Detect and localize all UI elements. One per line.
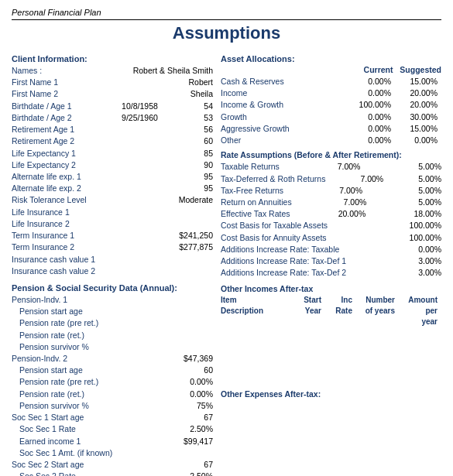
retire-age2-label: Retirement Age 2: [12, 135, 74, 147]
pension2-survivor-label: Pension survivor %: [19, 400, 89, 412]
rate-row-label: Tax-Free Returns: [221, 185, 283, 197]
pension1-start-label: Pension start age: [19, 306, 83, 317]
soc1-amt-label: Soc Sec 1 Amt. (if known): [19, 447, 112, 459]
single-rate-row: Additions Increase Rate: Tax-Def 1 3.00%: [221, 255, 441, 267]
rate-row-current: 7.00%: [321, 161, 360, 173]
soc1-earned-value: $99,417: [159, 436, 213, 447]
birthdate1-age: 54: [201, 101, 213, 112]
pension2-survivor-value: 75%: [159, 400, 213, 412]
oi-col-amount: Amount per year: [395, 295, 438, 327]
pension2-header-row: Pension-Indv. 2 $47,369: [12, 353, 213, 365]
single-rate-value: 0.00%: [403, 244, 441, 255]
alt-life1-value: 95: [159, 171, 213, 183]
life-exp2-label: Life Expectancy 2: [12, 159, 76, 171]
alloc-rows: Cash & Reserves 0.00% 15.00% Income 0.00…: [221, 76, 441, 146]
birthdate1-row: Birthdate / Age 1 10/8/1958 54: [12, 101, 213, 112]
alloc-row: Growth 0.00% 30.00%: [221, 111, 441, 123]
life-ins2-label: Life Insurance 2: [12, 218, 70, 230]
single-rate-label: Additions Increase Rate: Tax-Def 2: [221, 267, 346, 279]
life-exp1-value: 85: [159, 148, 213, 159]
other-expenses-header: Other Expenses After-tax:: [221, 389, 441, 399]
alloc-row-label: Cash & Reserves: [221, 76, 345, 87]
soc2-rate-label: Soc Sec 2 Rate: [19, 471, 76, 476]
alt-life1-row: Alternate life exp. 1 95: [12, 171, 213, 183]
pension2-survivor-row: Pension survivor % 75%: [12, 400, 213, 412]
alloc-row-label: Growth: [221, 111, 345, 123]
alloc-row-label: Income & Growth: [221, 99, 345, 111]
birthdate2-date: 9/25/1960: [115, 112, 158, 124]
soc1-earned-label: Earned income 1: [19, 436, 81, 447]
ins-cash2-row: Insurance cash value 2: [12, 265, 213, 277]
soc1-earned-row: Earned income 1 $99,417: [12, 436, 213, 447]
life-exp1-label: Life Expectancy 1: [12, 148, 76, 159]
soc1-start-label: Soc Sec 1 Start age: [12, 412, 84, 423]
single-rate-value: 100.00%: [403, 220, 441, 231]
pension2-header: Pension-Indv. 2: [12, 353, 67, 365]
alloc-row-label: Aggressive Growth: [221, 123, 345, 135]
single-rate-rows: Cost Basis for Taxable Assets 100.00% Co…: [221, 220, 441, 279]
pension1-survivor-row: Pension survivor %: [12, 341, 213, 353]
first-name1-value: Robert: [159, 77, 213, 88]
retire-age2-value: 60: [159, 135, 213, 147]
single-rate-row: Cost Basis for Taxable Assets 100.00%: [221, 220, 441, 231]
ins-cash2-label: Insurance cash value 2: [12, 265, 95, 277]
alloc-row-suggested: 20.00%: [391, 87, 438, 99]
rate-row-suggested: 5.00%: [403, 173, 441, 185]
pension2-ret-label: Pension rate (ret.): [19, 389, 84, 400]
oi-col-item: Item Description: [221, 295, 290, 327]
risk-value: Moderate: [159, 194, 213, 206]
alt-life2-row: Alternate life exp. 2 95: [12, 183, 213, 194]
names-value: Robert & Sheila Smith: [133, 65, 213, 77]
rate-row-current: 7.00%: [345, 173, 383, 185]
alloc-row-suggested: 0.00%: [391, 135, 438, 146]
term-ins2-value: $277,875: [159, 241, 213, 253]
single-rate-label: Additions Increase Rate: Tax-Def 1: [221, 255, 346, 267]
single-rate-row: Additions Increase Rate: Tax-Def 2 3.00%: [221, 267, 441, 279]
term-ins2-label: Term Insurance 2: [12, 241, 74, 253]
pension-section-header: Pension & Social Security Data (Annual):: [12, 283, 213, 293]
alloc-row-current: 0.00%: [345, 111, 391, 123]
alloc-row: Aggressive Growth 0.00% 15.00%: [221, 123, 441, 135]
single-rate-value: 3.00%: [403, 255, 441, 267]
pension2-pre-ret-value: 0.00%: [159, 376, 213, 388]
alloc-row-label: Income: [221, 87, 345, 99]
alloc-row-suggested: 15.00%: [391, 123, 438, 135]
alloc-row-suggested: 15.00%: [391, 76, 438, 87]
pension2-start-label: Pension start age: [19, 365, 83, 376]
pension1-header: Pension-Indv. 1: [12, 294, 67, 306]
pension2-pre-ret-label: Pension rate (pre ret.): [19, 376, 98, 388]
pension2-start-value: 60: [159, 365, 213, 376]
soc2-start-row: Soc Sec 2 Start age 67: [12, 459, 213, 471]
alloc-row: Income 0.00% 20.00%: [221, 87, 441, 99]
birthdate1-date: 10/8/1958: [115, 101, 158, 112]
retire-age1-label: Retirement Age 1: [12, 124, 74, 135]
doc-title: Personal Financial Plan: [12, 8, 441, 20]
soc2-start-label: Soc Sec 2 Start age: [12, 459, 84, 471]
risk-label: Risk Tolerance Level: [12, 194, 87, 206]
alloc-row-label: Other: [221, 135, 345, 146]
rate-row-suggested: 5.00%: [403, 197, 441, 208]
alloc-row-suggested: 30.00%: [391, 111, 438, 123]
single-rate-label: Cost Basis for Annuity Assets: [221, 232, 327, 244]
rate-row-suggested: 5.00%: [403, 185, 441, 197]
rate-row-label: Return on Annuities: [221, 197, 292, 208]
retire-age1-row: Retirement Age 1 56: [12, 124, 213, 135]
other-incomes-header: Other Incomes After-tax: [221, 284, 441, 293]
life-ins1-row: Life Insurance 1: [12, 207, 213, 218]
risk-row: Risk Tolerance Level Moderate: [12, 194, 213, 206]
birthdate2-row: Birthdate / Age 2 9/25/1960 53: [12, 112, 213, 124]
ins-cash1-row: Insurance cash value 1: [12, 254, 213, 265]
oi-col-start: Start Year: [290, 295, 321, 327]
term-ins1-row: Term Insurance 1 $241,250: [12, 230, 213, 241]
soc1-start-row: Soc Sec 1 Start age 67: [12, 412, 213, 423]
pension1-ret-row: Pension rate (ret.): [12, 330, 213, 341]
first-name2-row: First Name 2 Sheila: [12, 88, 213, 100]
rate-row-current: 20.00%: [327, 208, 365, 220]
pension2-ret-row: Pension rate (ret.) 0.00%: [12, 389, 213, 400]
alloc-header-row: Current Suggested: [221, 65, 441, 74]
first-name2-value: Sheila: [159, 88, 213, 100]
right-column: Asset Allocations: Current Suggested Cas…: [221, 50, 441, 476]
single-rate-value: 3.00%: [403, 267, 441, 279]
soc2-rate-value: 2.50%: [159, 471, 213, 476]
soc1-start-value: 67: [159, 412, 213, 423]
